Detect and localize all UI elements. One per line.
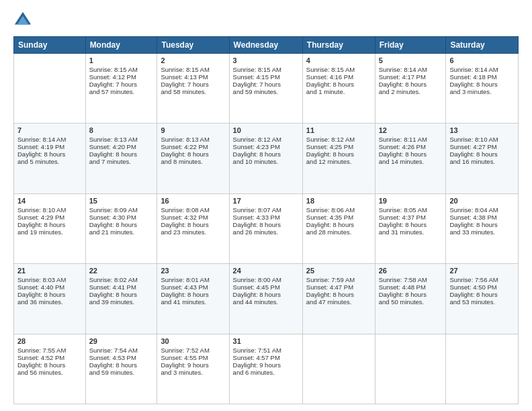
- cell-content-line: and 41 minutes.: [161, 298, 225, 306]
- calendar-cell: 16Sunrise: 8:08 AMSunset: 4:32 PMDayligh…: [157, 193, 229, 263]
- cell-content-line: and 23 minutes.: [161, 228, 225, 236]
- cell-content-line: and 28 minutes.: [306, 228, 371, 236]
- cell-content-line: and 53 minutes.: [449, 298, 515, 306]
- weekday-header-thursday: Thursday: [302, 37, 375, 54]
- cell-content-line: Daylight: 9 hours: [161, 361, 225, 369]
- cell-content-line: Sunset: 4:37 PM: [379, 214, 443, 221]
- cell-content-line: Sunrise: 8:15 AM: [89, 66, 154, 73]
- calendar-cell: 2Sunrise: 8:15 AMSunset: 4:13 PMDaylight…: [157, 54, 229, 124]
- cell-content-line: Sunrise: 7:54 AM: [89, 347, 154, 354]
- cell-content-line: Daylight: 8 hours: [17, 291, 82, 298]
- day-number: 5: [379, 56, 443, 64]
- weekday-header-saturday: Saturday: [446, 37, 519, 54]
- day-number: 27: [449, 267, 515, 275]
- cell-content-line: Sunrise: 8:12 AM: [233, 136, 299, 143]
- weekday-header-wednesday: Wednesday: [229, 37, 302, 54]
- cell-content-line: Sunrise: 7:51 AM: [233, 347, 299, 354]
- calendar-cell: [14, 54, 86, 124]
- cell-content-line: Sunrise: 8:01 AM: [161, 276, 225, 283]
- cell-content-line: Daylight: 8 hours: [306, 221, 371, 228]
- cell-content-line: Sunrise: 8:11 AM: [379, 136, 443, 143]
- cell-content-line: Sunrise: 8:10 AM: [449, 136, 515, 143]
- cell-content-line: Sunrise: 8:13 AM: [89, 136, 154, 143]
- cell-content-line: Daylight: 8 hours: [233, 291, 299, 298]
- cell-content-line: Daylight: 8 hours: [89, 291, 154, 298]
- day-number: 10: [233, 126, 299, 134]
- cell-content-line: Daylight: 7 hours: [89, 81, 154, 88]
- cell-content-line: Sunset: 4:32 PM: [161, 214, 225, 221]
- cell-content-line: Daylight: 8 hours: [161, 221, 225, 228]
- cell-content-line: Sunset: 4:19 PM: [17, 143, 82, 150]
- cell-content-line: Daylight: 8 hours: [379, 81, 443, 88]
- cell-content-line: Sunset: 4:41 PM: [89, 283, 154, 291]
- day-number: 3: [233, 56, 299, 64]
- calendar-cell: 12Sunrise: 8:11 AMSunset: 4:26 PMDayligh…: [375, 124, 446, 193]
- cell-content-line: Sunrise: 8:15 AM: [233, 66, 299, 73]
- day-number: 19: [379, 197, 443, 205]
- calendar-cell: 13Sunrise: 8:10 AMSunset: 4:27 PMDayligh…: [446, 124, 519, 193]
- cell-content-line: and 7 minutes.: [89, 158, 154, 165]
- calendar-week-row: 1Sunrise: 8:15 AMSunset: 4:12 PMDaylight…: [14, 54, 519, 124]
- day-number: 8: [89, 126, 154, 134]
- cell-content-line: and 31 minutes.: [379, 228, 443, 236]
- day-number: 11: [306, 126, 371, 134]
- cell-content-line: and 21 minutes.: [89, 228, 154, 236]
- cell-content-line: Daylight: 8 hours: [89, 361, 154, 369]
- cell-content-line: and 36 minutes.: [17, 298, 82, 306]
- cell-content-line: Daylight: 8 hours: [449, 291, 515, 298]
- calendar-week-row: 28Sunrise: 7:55 AMSunset: 4:52 PMDayligh…: [14, 334, 519, 404]
- day-number: 15: [89, 197, 154, 205]
- calendar-cell: 17Sunrise: 8:07 AMSunset: 4:33 PMDayligh…: [229, 193, 302, 263]
- day-number: 14: [17, 197, 82, 205]
- cell-content-line: and 3 minutes.: [161, 369, 225, 376]
- day-number: 30: [161, 337, 225, 345]
- cell-content-line: Daylight: 8 hours: [379, 221, 443, 228]
- day-number: 12: [379, 126, 443, 134]
- cell-content-line: Daylight: 8 hours: [17, 221, 82, 228]
- calendar-cell: 18Sunrise: 8:06 AMSunset: 4:35 PMDayligh…: [302, 193, 375, 263]
- cell-content-line: Sunset: 4:17 PM: [379, 73, 443, 81]
- cell-content-line: Daylight: 8 hours: [89, 150, 154, 158]
- cell-content-line: Sunset: 4:50 PM: [449, 283, 515, 291]
- day-number: 23: [161, 267, 225, 275]
- cell-content-line: and 58 minutes.: [161, 88, 225, 95]
- day-number: 2: [161, 56, 225, 64]
- cell-content-line: Sunset: 4:20 PM: [89, 143, 154, 150]
- day-number: 18: [306, 197, 371, 205]
- header: [13, 11, 519, 30]
- calendar-cell: 21Sunrise: 8:03 AMSunset: 4:40 PMDayligh…: [14, 264, 86, 334]
- cell-content-line: Sunset: 4:55 PM: [161, 354, 225, 361]
- cell-content-line: Sunset: 4:43 PM: [161, 283, 225, 291]
- cell-content-line: Daylight: 8 hours: [449, 81, 515, 88]
- calendar-cell: 29Sunrise: 7:54 AMSunset: 4:53 PMDayligh…: [85, 334, 157, 404]
- logo: [13, 11, 35, 30]
- cell-content-line: Sunset: 4:35 PM: [306, 214, 371, 221]
- cell-content-line: Sunset: 4:30 PM: [89, 214, 154, 221]
- cell-content-line: Daylight: 8 hours: [306, 81, 371, 88]
- cell-content-line: and 2 minutes.: [379, 88, 443, 95]
- cell-content-line: and 6 minutes.: [233, 369, 299, 376]
- cell-content-line: Sunset: 4:26 PM: [379, 143, 443, 150]
- cell-content-line: and 12 minutes.: [306, 158, 371, 165]
- cell-content-line: and 1 minute.: [306, 88, 371, 95]
- day-number: 22: [89, 267, 154, 275]
- cell-content-line: Sunrise: 8:03 AM: [17, 276, 82, 283]
- cell-content-line: and 59 minutes.: [89, 369, 154, 376]
- day-number: 7: [17, 126, 82, 134]
- day-number: 13: [449, 126, 515, 134]
- calendar-cell: 3Sunrise: 8:15 AMSunset: 4:15 PMDaylight…: [229, 54, 302, 124]
- cell-content-line: Daylight: 8 hours: [379, 291, 443, 298]
- cell-content-line: Sunrise: 8:12 AM: [306, 136, 371, 143]
- cell-content-line: and 50 minutes.: [379, 298, 443, 306]
- cell-content-line: Sunset: 4:18 PM: [449, 73, 515, 81]
- cell-content-line: Sunrise: 7:58 AM: [379, 276, 443, 283]
- cell-content-line: Sunset: 4:53 PM: [89, 354, 154, 361]
- cell-content-line: and 16 minutes.: [449, 158, 515, 165]
- calendar-cell: [302, 334, 375, 404]
- calendar-cell: 20Sunrise: 8:04 AMSunset: 4:38 PMDayligh…: [446, 193, 519, 263]
- day-number: 26: [379, 267, 443, 275]
- cell-content-line: Sunset: 4:12 PM: [89, 73, 154, 81]
- calendar-week-row: 14Sunrise: 8:10 AMSunset: 4:29 PMDayligh…: [14, 193, 519, 263]
- cell-content-line: Sunrise: 8:14 AM: [449, 66, 515, 73]
- weekday-header-monday: Monday: [85, 37, 157, 54]
